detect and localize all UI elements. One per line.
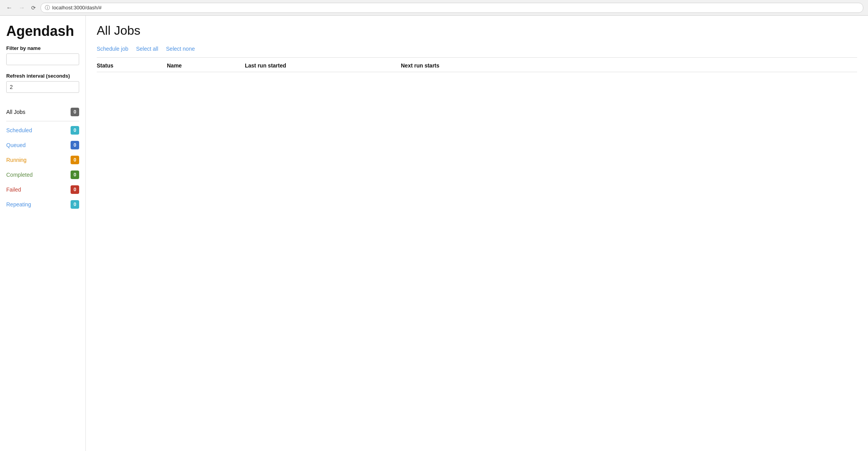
browser-chrome: ← → ⟳ ⓘ localhost:3000/dash/#: [0, 0, 868, 16]
nav-label-scheduled: Scheduled: [6, 127, 32, 133]
sidebar-item-completed[interactable]: Completed 0: [6, 167, 79, 182]
sidebar-item-queued[interactable]: Queued 0: [6, 138, 79, 153]
url-text: localhost:3000/dash/#: [52, 5, 101, 11]
page-title: All Jobs: [97, 23, 857, 38]
nav-label-completed: Completed: [6, 172, 33, 178]
col-header-last-run: Last run started: [245, 62, 401, 69]
sidebar-item-running[interactable]: Running 0: [6, 153, 79, 167]
main-content: All Jobs Schedule job Select all Select …: [86, 16, 868, 451]
nav-badge-completed: 0: [71, 170, 79, 179]
app-title: Agendash: [6, 23, 79, 39]
sidebar-item-repeating[interactable]: Repeating 0: [6, 197, 79, 212]
sidebar: Agendash Filter by name Refresh interval…: [0, 16, 86, 451]
nav-badge-failed: 0: [71, 185, 79, 194]
table-header: Status Name Last run started Next run st…: [97, 58, 857, 72]
nav-badge-scheduled: 0: [71, 126, 79, 135]
nav-label-running: Running: [6, 157, 27, 163]
nav-label-failed: Failed: [6, 186, 21, 193]
schedule-job-button[interactable]: Schedule job: [97, 44, 132, 53]
info-icon: ⓘ: [45, 4, 50, 11]
select-all-button[interactable]: Select all: [132, 44, 162, 53]
col-header-name: Name: [167, 62, 245, 69]
sidebar-nav: All Jobs 0 Scheduled 0 Queued 0 Running …: [6, 105, 79, 212]
sidebar-item-failed[interactable]: Failed 0: [6, 182, 79, 197]
col-header-status: Status: [97, 62, 167, 69]
refresh-section: Refresh interval (seconds) 2: [6, 73, 79, 93]
filter-label: Filter by name: [6, 45, 79, 51]
nav-label-repeating: Repeating: [6, 201, 31, 208]
select-none-button[interactable]: Select none: [162, 44, 199, 53]
nav-label-queued: Queued: [6, 142, 26, 148]
back-button[interactable]: ←: [5, 4, 14, 12]
action-bar: Schedule job Select all Select none: [97, 44, 857, 58]
nav-badge-queued: 0: [71, 141, 79, 149]
nav-badge-running: 0: [71, 156, 79, 164]
nav-divider-1: [6, 121, 79, 121]
sidebar-item-scheduled[interactable]: Scheduled 0: [6, 123, 79, 138]
filter-input[interactable]: [6, 53, 79, 65]
nav-label-all-jobs: All Jobs: [6, 109, 25, 115]
refresh-label: Refresh interval (seconds): [6, 73, 79, 79]
col-header-next-run: Next run starts: [401, 62, 857, 69]
address-bar[interactable]: ⓘ localhost:3000/dash/#: [41, 3, 863, 13]
nav-badge-all-jobs: 0: [71, 108, 79, 116]
forward-button[interactable]: →: [17, 4, 27, 12]
sidebar-item-all-jobs[interactable]: All Jobs 0: [6, 105, 79, 119]
refresh-input[interactable]: 2: [6, 81, 79, 93]
reload-button[interactable]: ⟳: [30, 4, 37, 12]
nav-badge-repeating: 0: [71, 200, 79, 209]
app-container: Agendash Filter by name Refresh interval…: [0, 16, 868, 451]
